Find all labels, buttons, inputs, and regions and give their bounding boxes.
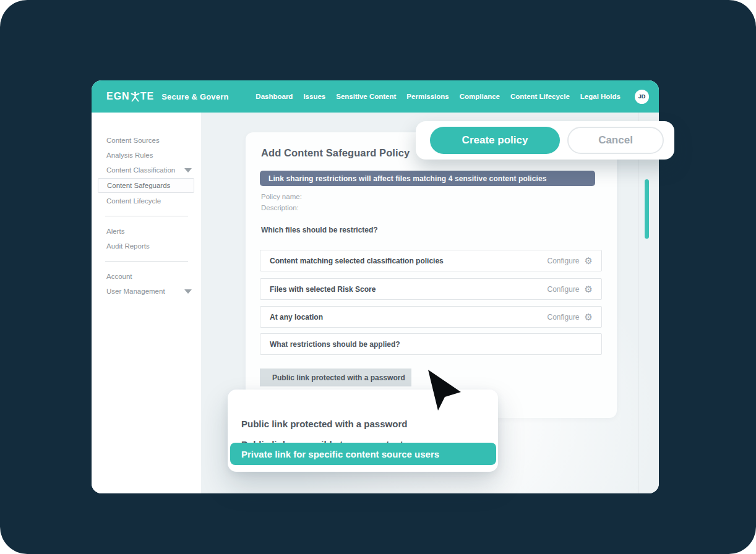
criteria-row-classification: Content matching selected classification… [260,250,602,271]
sidebar-item-label: Content Sources [106,137,160,144]
sidebar-item-label: User Management [106,288,165,295]
sidebar-item-analysis-rules[interactable]: Analysis Rules [92,148,201,163]
product-name: Secure & Govern [161,92,229,101]
nav-item-sensitive-content[interactable]: Sensitive Content [336,93,396,100]
row-label: Files with selected Risk Score [270,285,376,294]
dropdown-option-private-link[interactable]: Private link for specific content source… [230,443,496,465]
nav-item-permissions[interactable]: Permissions [406,93,449,100]
row-label: At any location [270,313,323,322]
nav-item-issues[interactable]: Issues [303,93,325,100]
nav-item-compliance[interactable]: Compliance [460,93,500,100]
create-policy-button[interactable]: Create policy [430,127,560,154]
gear-icon: ⚙ [585,284,593,294]
gear-icon: ⚙ [585,256,593,265]
nav-item-content-lifecycle[interactable]: Content Lifecycle [510,93,570,100]
configure-label: Configure [548,313,580,322]
chevron-down-icon [184,168,192,173]
sidebar-item-content-lifecycle[interactable]: Content Lifecycle [92,194,201,208]
restriction-dropdown-menu: Public link protected with a password Pu… [228,390,498,472]
sidebar-item-audit-reports[interactable]: Audit Reports [92,239,201,254]
criteria-row-location: At any location Configure ⚙ [260,306,602,328]
nav-links: Dashboard Issues Sensitive Content Permi… [256,90,649,104]
row-label: Content matching selected classification… [270,257,444,265]
sidebar-item-label: Analysis Rules [106,151,153,159]
sidebar-item-label: Content Lifecycle [106,197,161,205]
sidebar-divider [105,216,188,216]
criteria-row-risk-score: Files with selected Risk Score Configure… [260,278,602,300]
nav-item-legal-holds[interactable]: Legal Holds [580,93,621,100]
top-navbar: EGN TE Secure & Govern [92,80,659,113]
egnyte-logo: EGN TE [106,91,154,102]
egnyte-person-icon [131,92,140,102]
configure-button[interactable]: Configure ⚙ [548,312,593,322]
configure-label: Configure [548,257,580,265]
page-title: Add Content Safeguard Policy [261,147,410,159]
sidebar-item-label: Content Safeguards [107,182,170,189]
sidebar-item-label: Account [106,273,132,280]
logo-text-prefix: EGN [106,91,130,102]
background-canvas: EGN TE Secure & Govern [0,0,756,554]
configure-button[interactable]: Configure ⚙ [548,284,593,294]
logo-text-suffix: TE [140,91,154,102]
info-banner: Link sharing restrictions will affect fi… [260,171,595,186]
add-policy-panel: Add Content Safeguard Policy Link sharin… [246,132,617,418]
sidebar-item-content-safeguards[interactable]: Content Safeguards [98,178,194,193]
restriction-dropdown-trigger[interactable]: Public link protected with a password [260,369,411,386]
user-avatar[interactable]: JD [635,90,649,104]
files-question: Which files should be restricted? [261,226,378,234]
restrictions-question: What restrictions should be applied? [270,340,400,349]
cancel-button[interactable]: Cancel [567,127,664,154]
description-label: Description: [261,204,299,211]
sidebar-divider [105,261,188,262]
configure-button[interactable]: Configure ⚙ [548,256,593,265]
dropdown-option-password[interactable]: Public link protected with a password [241,419,407,429]
chevron-down-icon [184,289,192,294]
sidebar-item-account[interactable]: Account [92,269,201,284]
policy-name-label: Policy name: [261,193,302,200]
sidebar: Content Sources Analysis Rules Content C… [92,113,201,493]
brand: EGN TE Secure & Govern [106,91,229,102]
sidebar-item-label: Audit Reports [106,242,150,250]
gear-icon: ⚙ [585,312,593,322]
configure-label: Configure [548,285,580,294]
nav-item-dashboard[interactable]: Dashboard [256,93,293,100]
actions-card: Create policy Cancel [416,121,674,160]
sidebar-item-content-classification[interactable]: Content Classification [92,163,201,177]
restrictions-question-box: What restrictions should be applied? [260,333,602,355]
sidebar-item-label: Content Classification [106,166,175,174]
sidebar-item-content-sources[interactable]: Content Sources [92,133,201,148]
sidebar-item-label: Alerts [106,228,124,235]
scrollbar-thumb[interactable] [645,179,649,239]
scrollbar-track-line [638,113,638,493]
sidebar-item-user-management[interactable]: User Management [92,284,201,299]
sidebar-item-alerts[interactable]: Alerts [92,224,201,239]
